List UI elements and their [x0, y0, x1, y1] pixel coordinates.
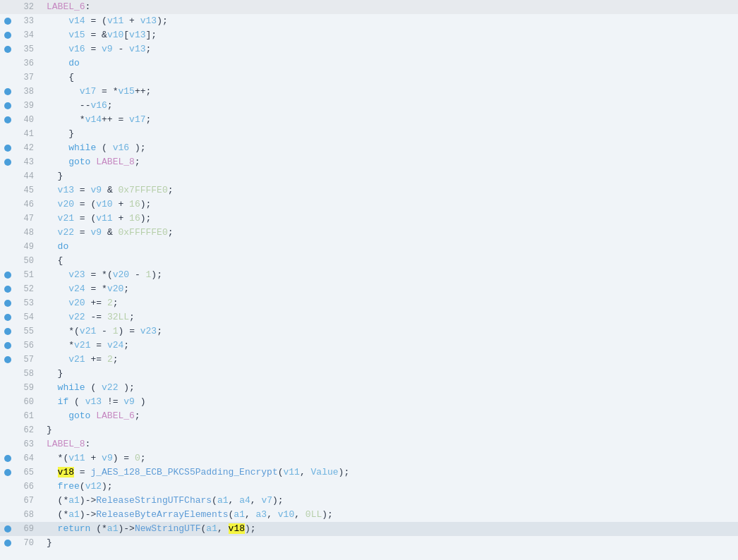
breakpoint-col[interactable] — [0, 395, 16, 409]
code-content: LABEL_8: — [41, 437, 738, 451]
line-number: 58 — [16, 367, 41, 381]
breakpoint-col[interactable] — [0, 268, 16, 282]
line-number: 53 — [16, 296, 41, 310]
breakpoint-col[interactable] — [0, 310, 16, 324]
breakpoint-col[interactable] — [0, 99, 16, 113]
breakpoint-col[interactable] — [0, 409, 16, 423]
breakpoint-col[interactable] — [0, 536, 16, 550]
breakpoint-col[interactable] — [0, 423, 16, 437]
breakpoint-col[interactable] — [0, 42, 16, 56]
code-row: 43 goto LABEL_8; — [0, 155, 738, 169]
breakpoint-col[interactable] — [0, 113, 16, 127]
breakpoint-col[interactable] — [0, 226, 16, 240]
line-number: 42 — [16, 141, 41, 155]
breakpoint-col[interactable] — [0, 183, 16, 197]
code-row: 37 { — [0, 71, 738, 85]
code-row: 40 *v14++ = v17; — [0, 113, 738, 127]
line-number: 36 — [16, 56, 41, 71]
breakpoint-col[interactable] — [0, 522, 16, 536]
line-number: 33 — [16, 14, 41, 28]
code-content: v18 = j_AES_128_ECB_PKCS5Padding_Encrypt… — [41, 465, 738, 480]
breakpoint-dot — [4, 356, 11, 363]
code-row: 32LABEL_6: — [0, 0, 738, 14]
line-number: 40 — [16, 113, 41, 127]
code-row: 56 *v21 = v24; — [0, 339, 738, 353]
breakpoint-col[interactable] — [0, 339, 16, 353]
line-number: 37 — [16, 71, 41, 85]
breakpoint-col[interactable] — [0, 85, 16, 99]
breakpoint-col[interactable] — [0, 437, 16, 451]
code-row: 51 v23 = *(v20 - 1); — [0, 268, 738, 282]
code-content: v13 = v9 & 0x7FFFFE0; — [41, 183, 738, 197]
code-row: 50 { — [0, 254, 738, 268]
breakpoint-dot — [4, 159, 11, 166]
breakpoint-col[interactable] — [0, 254, 16, 268]
breakpoint-col[interactable] — [0, 127, 16, 141]
breakpoint-col[interactable] — [0, 0, 16, 14]
code-content: v23 = *(v20 - 1); — [41, 268, 738, 282]
breakpoint-dot — [4, 342, 11, 349]
breakpoint-dot — [4, 469, 11, 476]
breakpoint-col[interactable] — [0, 240, 16, 254]
code-content: goto LABEL_8; — [41, 155, 738, 169]
breakpoint-dot — [4, 145, 11, 152]
breakpoint-col[interactable] — [0, 56, 16, 71]
code-row: 53 v20 += 2; — [0, 296, 738, 310]
code-row: 47 v21 = (v11 + 16); — [0, 212, 738, 226]
line-number: 69 — [16, 522, 41, 536]
breakpoint-col[interactable] — [0, 282, 16, 296]
line-number: 41 — [16, 127, 41, 141]
code-content: } — [41, 127, 738, 141]
code-content: while ( v16 ); — [41, 141, 738, 155]
breakpoint-col[interactable] — [0, 480, 16, 494]
code-content: free(v12); — [41, 480, 738, 494]
line-number: 55 — [16, 324, 41, 339]
breakpoint-dot — [4, 102, 11, 109]
breakpoint-col[interactable] — [0, 155, 16, 169]
code-row: 45 v13 = v9 & 0x7FFFFE0; — [0, 183, 738, 197]
breakpoint-col[interactable] — [0, 296, 16, 310]
breakpoint-dot — [4, 314, 11, 321]
code-row: 69 return (*a1)->NewStringUTF(a1, v18); — [0, 522, 738, 536]
breakpoint-col[interactable] — [0, 381, 16, 395]
breakpoint-col[interactable] — [0, 197, 16, 212]
code-content: *v14++ = v17; — [41, 113, 738, 127]
code-row: 49 do — [0, 240, 738, 254]
breakpoint-col[interactable] — [0, 451, 16, 465]
breakpoint-dot — [4, 540, 11, 547]
line-number: 32 — [16, 0, 41, 14]
code-content: v22 = v9 & 0xFFFFFE0; — [41, 226, 738, 240]
breakpoint-col[interactable] — [0, 494, 16, 508]
breakpoint-col[interactable] — [0, 169, 16, 183]
breakpoint-col[interactable] — [0, 212, 16, 226]
line-number: 43 — [16, 155, 41, 169]
breakpoint-col[interactable] — [0, 353, 16, 367]
breakpoint-col[interactable] — [0, 508, 16, 522]
code-content: --v16; — [41, 99, 738, 113]
code-row: 70} — [0, 536, 738, 550]
code-row: 39 --v16; — [0, 99, 738, 113]
code-content: v22 -= 32LL; — [41, 310, 738, 324]
breakpoint-col[interactable] — [0, 324, 16, 339]
breakpoint-dot — [4, 116, 11, 123]
code-row: 63LABEL_8: — [0, 437, 738, 451]
line-number: 48 — [16, 226, 41, 240]
code-row: 48 v22 = v9 & 0xFFFFFE0; — [0, 226, 738, 240]
code-row: 64 *(v11 + v9) = 0; — [0, 451, 738, 465]
breakpoint-col[interactable] — [0, 71, 16, 85]
code-row: 55 *(v21 - 1) = v23; — [0, 324, 738, 339]
breakpoint-col[interactable] — [0, 28, 16, 42]
breakpoint-col[interactable] — [0, 367, 16, 381]
code-content: *(v11 + v9) = 0; — [41, 451, 738, 465]
code-row: 62} — [0, 423, 738, 437]
breakpoint-col[interactable] — [0, 14, 16, 28]
code-content: } — [41, 423, 738, 437]
line-number: 64 — [16, 451, 41, 465]
code-content: } — [41, 536, 738, 550]
line-number: 62 — [16, 423, 41, 437]
line-number: 51 — [16, 268, 41, 282]
breakpoint-col[interactable] — [0, 141, 16, 155]
code-row: 33 v14 = (v11 + v13); — [0, 14, 738, 28]
breakpoint-col[interactable] — [0, 465, 16, 480]
code-row: 59 while ( v22 ); — [0, 381, 738, 395]
